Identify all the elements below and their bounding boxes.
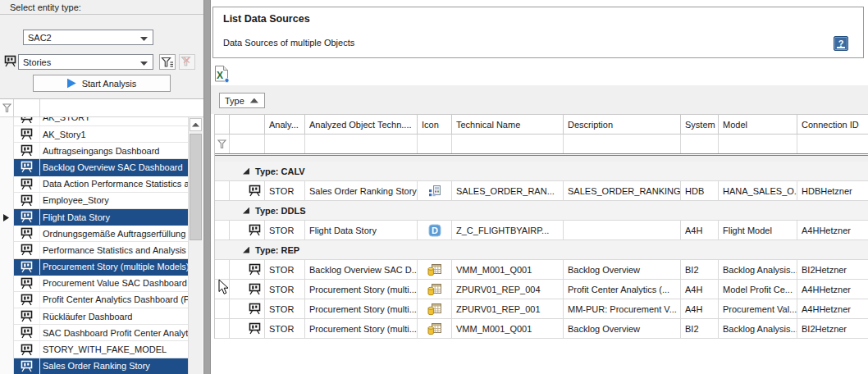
group-expanded-icon[interactable]: [243, 247, 249, 253]
group-row[interactable]: Type: DDLS: [215, 201, 868, 221]
group-row-label: Type: DDLS: [255, 206, 306, 216]
group-row[interactable]: Type: REP: [215, 240, 868, 260]
connection-id-cell: BI2Hetzner: [797, 319, 868, 339]
clear-filter-button[interactable]: ✕: [179, 54, 195, 70]
story-list-item[interactable]: Profit Center Analytics Dashboard (Pr: [0, 292, 188, 308]
column-header-system[interactable]: System: [681, 115, 719, 135]
grid-filter-row[interactable]: [215, 135, 868, 153]
story-list-item[interactable]: AK_Story1: [0, 126, 188, 143]
table-row[interactable]: STORProcurement Story (multi...ZPURV01_R…: [215, 299, 868, 319]
story-list-item-body[interactable]: Employee_Story: [14, 193, 188, 209]
story-list-item[interactable]: SAC Dashboard Profit Center Analytic: [0, 325, 188, 341]
story-list-item[interactable]: Performance Statistics and Analysis: [0, 242, 188, 258]
current-row-arrow-icon: [3, 214, 9, 221]
column-header-model[interactable]: Model: [719, 115, 797, 135]
story-list-item[interactable]: Employee_Story: [0, 193, 188, 209]
group-expanded-icon[interactable]: [243, 168, 249, 175]
entity-type-dropdown-value: Stories: [23, 57, 51, 67]
svg-text:X: X: [217, 70, 223, 81]
technical-name-cell: VMM_M001_Q001: [452, 260, 564, 280]
story-list-item-body[interactable]: Auftragseingangs Dashboard: [14, 143, 188, 159]
story-list-item-body[interactable]: Profit Center Analytics Dashboard (Pr: [14, 292, 188, 308]
story-icon-cell: [14, 117, 40, 125]
story-list-item[interactable]: Procurement Value SAC Dashboard: [0, 276, 188, 292]
story-list-item-label: Procurement Story (multiple Models): [40, 262, 188, 271]
analyzed-object-cell: Procurement Story (multi...: [305, 319, 418, 339]
filter-button[interactable]: [159, 54, 176, 70]
technical-name-cell: ZPURV01_REP_001: [452, 299, 564, 319]
grid-filter-cell[interactable]: [719, 135, 797, 153]
column-header-connection-id[interactable]: Connection ID: [797, 115, 868, 135]
story-list-item-body[interactable]: Procurement Value SAC Dashboard: [14, 276, 188, 292]
story-list-item[interactable]: Backlog Overview SAC Dashboard: [0, 159, 188, 176]
start-analysis-button[interactable]: Start Analysis: [33, 75, 171, 92]
column-header-analy[interactable]: Analy...: [265, 115, 305, 135]
description-cell: Backlog Overview: [564, 319, 681, 339]
system-cell: A4H: [681, 280, 719, 299]
column-header-analyzed-object-techn[interactable]: Analyzed Object Techn....: [305, 115, 418, 135]
story-list-item[interactable]: AK_STORY: [0, 117, 188, 126]
story-list-item-body[interactable]: Performance Statistics and Analysis: [14, 242, 188, 258]
grid-filter-cell[interactable]: [418, 135, 452, 153]
entity-type-dropdown[interactable]: Stories: [18, 54, 153, 70]
group-expanded-icon[interactable]: [243, 208, 249, 214]
grid-filter-cell[interactable]: [452, 135, 564, 153]
table-row[interactable]: STORProcurement Story (multi...ZPURV01_R…: [215, 280, 868, 299]
table-row[interactable]: STORBacklog Overview SAC D...VMM_M001_Q0…: [215, 260, 868, 280]
story-list-item-body[interactable]: Data Action Performance Statistics ar: [14, 176, 188, 193]
column-header-icon[interactable]: Icon: [418, 115, 452, 135]
arrow-up-icon: [192, 123, 199, 127]
story-list-item[interactable]: Sales Order Ranking Story: [0, 358, 188, 374]
story-list-item[interactable]: Flight Data Story: [0, 209, 188, 226]
story-list-filter-icon-cell[interactable]: [14, 99, 40, 116]
story-list-item[interactable]: Ordnungsgemäße Auftragserfüllung: [0, 226, 188, 242]
row-indicator-cell: [215, 221, 230, 240]
column-header-blank[interactable]: [215, 115, 230, 135]
scrollbar-thumb[interactable]: [190, 134, 202, 240]
row-indicator-cell: [215, 280, 230, 299]
group-row[interactable]: Type: CALV: [215, 162, 868, 181]
table-row[interactable]: STORProcurement Story (multi...VMM_M001_…: [215, 319, 868, 339]
system-dropdown[interactable]: SAC2: [23, 30, 153, 45]
story-list-item-body[interactable]: STORY_WITH_FAKE_MODEL: [14, 341, 188, 358]
story-list-item-body[interactable]: Procurement Story (multiple Models): [14, 259, 188, 276]
story-list-item-body[interactable]: Backlog Overview SAC Dashboard: [14, 159, 188, 176]
column-header-description[interactable]: Description: [564, 115, 681, 135]
grid-filter-cell[interactable]: [564, 135, 681, 153]
story-list-item[interactable]: Procurement Story (multiple Models): [0, 259, 188, 276]
story-list-item-body[interactable]: Flight Data Story: [14, 209, 188, 226]
story-list-item[interactable]: Data Action Performance Statistics ar: [0, 176, 188, 193]
story-list-item[interactable]: Auftragseingangs Dashboard: [0, 143, 188, 159]
description-cell: [564, 221, 681, 240]
story-list-item-body[interactable]: Ordnungsgemäße Auftragserfüllung: [14, 226, 188, 242]
grid-filter-cell[interactable]: [305, 135, 418, 153]
story-list-item-label: Auftragseingangs Dashboard: [40, 146, 188, 156]
story-list-filter-row[interactable]: [0, 99, 203, 117]
column-header-blank[interactable]: [230, 115, 265, 135]
clear-filter-icon: ✕: [180, 56, 194, 69]
story-list-item-body[interactable]: Rückläufer Dashboard: [14, 308, 188, 325]
table-row[interactable]: STORSales Order Ranking StorySALES_ORDER…: [215, 181, 868, 201]
grid-filter-cell[interactable]: [230, 135, 265, 153]
story-list-item-body[interactable]: AK_Story1: [14, 126, 188, 143]
story-list-item-body[interactable]: AK_STORY: [14, 117, 188, 126]
story-list-item-body[interactable]: Sales Order Ranking Story: [14, 358, 188, 374]
grid-filter-cell[interactable]: [265, 135, 305, 153]
scroll-up-button[interactable]: [190, 118, 202, 131]
group-by-type-chip[interactable]: Type: [219, 93, 265, 108]
vertical-scrollbar[interactable]: [188, 117, 203, 374]
panel-splitter[interactable]: [203, 0, 211, 374]
export-excel-button[interactable]: X: [213, 65, 231, 83]
help-icon[interactable]: ?: [834, 36, 848, 51]
start-analysis-label: Start Analysis: [82, 79, 137, 89]
story-icon: [20, 277, 34, 290]
story-list-filter-text-cell[interactable]: [40, 99, 203, 116]
table-row[interactable]: STORFlight Data StoryDZ_C_FLIGHTBYAIRP..…: [215, 221, 868, 240]
grid-filter-cell[interactable]: [797, 135, 868, 153]
story-list-item[interactable]: Rückläufer Dashboard: [0, 308, 188, 325]
story-list-item-body[interactable]: SAC Dashboard Profit Center Analytic: [14, 325, 188, 341]
column-header-technical-name[interactable]: Technical Name: [452, 115, 564, 135]
grid-filter-cell[interactable]: [681, 135, 719, 153]
object-icon-cell: [230, 221, 265, 240]
story-list-item[interactable]: STORY_WITH_FAKE_MODEL: [0, 341, 188, 358]
